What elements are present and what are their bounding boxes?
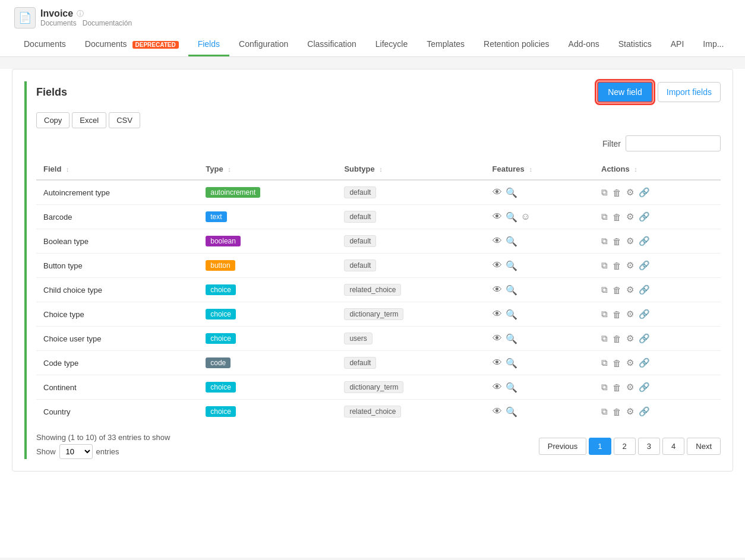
- copy-icon[interactable]: ⧉: [601, 260, 608, 271]
- search-icon[interactable]: 🔍: [506, 406, 517, 417]
- settings-icon[interactable]: ⚙: [626, 187, 634, 198]
- tab-statistics[interactable]: Statistics: [609, 33, 661, 56]
- settings-icon[interactable]: ⚙: [626, 333, 634, 344]
- cell-field-name: Boolean type: [36, 229, 198, 254]
- eye-icon[interactable]: 👁: [493, 309, 502, 319]
- tab-imp[interactable]: Imp...: [693, 33, 731, 56]
- delete-icon[interactable]: 🗑: [613, 407, 621, 417]
- link-icon[interactable]: 🔗: [639, 236, 650, 246]
- tab-api[interactable]: API: [661, 33, 694, 56]
- delete-icon[interactable]: 🗑: [613, 382, 621, 393]
- tab-configuration[interactable]: Configuration: [229, 33, 298, 56]
- col-type[interactable]: Type ↕: [198, 159, 337, 180]
- eye-icon[interactable]: 👁: [493, 236, 502, 246]
- tab-add-ons[interactable]: Add-ons: [559, 33, 609, 56]
- tab-documents-deprecated[interactable]: Documents DEPRECATED: [75, 33, 188, 56]
- cell-features: 👁 🔍: [485, 351, 594, 375]
- eye-icon[interactable]: 👁: [493, 406, 502, 417]
- breadcrumb-documentacion[interactable]: Documentación: [83, 19, 132, 27]
- eye-icon[interactable]: 👁: [493, 260, 502, 271]
- search-icon[interactable]: 🔍: [506, 333, 517, 344]
- page-1-button[interactable]: 1: [589, 438, 611, 455]
- delete-icon[interactable]: 🗑: [613, 188, 621, 198]
- tab-lifecycle[interactable]: Lifecycle: [366, 33, 417, 56]
- search-icon[interactable]: 🔍: [506, 211, 517, 223]
- delete-icon[interactable]: 🗑: [613, 285, 621, 295]
- settings-icon[interactable]: ⚙: [626, 284, 634, 295]
- eye-icon[interactable]: 👁: [493, 187, 502, 198]
- link-icon[interactable]: 🔗: [639, 284, 650, 295]
- eye-icon[interactable]: 👁: [493, 284, 502, 295]
- tab-fields[interactable]: Fields: [188, 33, 229, 56]
- search-icon[interactable]: 🔍: [506, 284, 517, 296]
- eye-icon[interactable]: 👁: [493, 357, 502, 368]
- col-actions[interactable]: Actions ↕: [594, 159, 721, 180]
- copy-icon[interactable]: ⧉: [601, 211, 608, 222]
- tab-templates[interactable]: Templates: [417, 33, 474, 56]
- settings-icon[interactable]: ⚙: [626, 309, 634, 319]
- link-icon[interactable]: 🔗: [639, 260, 650, 271]
- settings-icon[interactable]: ⚙: [626, 236, 634, 246]
- tab-documents[interactable]: Documents: [14, 33, 75, 56]
- delete-icon[interactable]: 🗑: [613, 358, 621, 368]
- eye-icon[interactable]: 👁: [493, 211, 502, 222]
- settings-icon[interactable]: ⚙: [626, 260, 634, 271]
- eye-icon[interactable]: 👁: [493, 382, 502, 393]
- settings-icon[interactable]: ⚙: [626, 211, 634, 222]
- tab-classification[interactable]: Classification: [298, 33, 365, 56]
- cell-features: 👁 🔍 ☺: [485, 205, 594, 229]
- excel-button[interactable]: Excel: [72, 112, 106, 128]
- col-features[interactable]: Features ↕: [485, 159, 594, 180]
- settings-icon[interactable]: ⚙: [626, 406, 634, 417]
- page-3-button[interactable]: 3: [638, 438, 660, 455]
- link-icon[interactable]: 🔗: [639, 382, 650, 393]
- col-field[interactable]: Field ↕: [36, 159, 198, 180]
- page-4-button[interactable]: 4: [662, 438, 684, 455]
- link-icon[interactable]: 🔗: [639, 406, 650, 417]
- delete-icon[interactable]: 🗑: [613, 212, 621, 222]
- import-fields-button[interactable]: Import fields: [658, 82, 721, 102]
- new-field-button[interactable]: New field: [597, 81, 653, 103]
- cell-actions: ⧉ 🗑 ⚙ 🔗: [594, 254, 721, 278]
- cell-features: 👁 🔍: [485, 302, 594, 327]
- settings-icon[interactable]: ⚙: [626, 357, 634, 368]
- search-icon[interactable]: 🔍: [506, 187, 517, 198]
- csv-button[interactable]: CSV: [109, 112, 140, 128]
- previous-button[interactable]: Previous: [539, 438, 587, 455]
- breadcrumb-documents[interactable]: Documents: [40, 19, 77, 27]
- delete-icon[interactable]: 🗑: [613, 261, 621, 271]
- tab-retention-policies[interactable]: Retention policies: [474, 33, 559, 56]
- copy-icon[interactable]: ⧉: [601, 333, 608, 344]
- filter-input[interactable]: [626, 135, 721, 151]
- link-icon[interactable]: 🔗: [639, 211, 650, 222]
- copy-icon[interactable]: ⧉: [601, 284, 608, 295]
- delete-icon[interactable]: 🗑: [613, 236, 621, 246]
- copy-icon[interactable]: ⧉: [601, 187, 608, 198]
- search-icon[interactable]: 🔍: [506, 236, 517, 247]
- table-row: Choice type choice dictionary_term 👁 🔍 ⧉…: [36, 302, 721, 327]
- search-icon[interactable]: 🔍: [506, 260, 517, 271]
- col-subtype[interactable]: Subtype ↕: [337, 159, 485, 180]
- delete-icon[interactable]: 🗑: [613, 334, 621, 344]
- eye-icon[interactable]: 👁: [493, 333, 502, 344]
- info-icon[interactable]: ⓘ: [77, 9, 84, 19]
- link-icon[interactable]: 🔗: [639, 309, 650, 319]
- smiley-icon[interactable]: ☺: [521, 211, 531, 222]
- settings-icon[interactable]: ⚙: [626, 382, 634, 393]
- entries-select[interactable]: 10 25 50 100: [59, 444, 93, 459]
- search-icon[interactable]: 🔍: [506, 309, 517, 320]
- copy-icon[interactable]: ⧉: [601, 406, 608, 417]
- search-icon[interactable]: 🔍: [506, 357, 517, 369]
- copy-button[interactable]: Copy: [36, 112, 70, 128]
- copy-icon[interactable]: ⧉: [601, 236, 608, 246]
- link-icon[interactable]: 🔗: [639, 357, 650, 368]
- page-2-button[interactable]: 2: [614, 438, 636, 455]
- link-icon[interactable]: 🔗: [639, 187, 650, 198]
- copy-icon[interactable]: ⧉: [601, 382, 608, 393]
- delete-icon[interactable]: 🗑: [613, 309, 621, 319]
- link-icon[interactable]: 🔗: [639, 333, 650, 344]
- search-icon[interactable]: 🔍: [506, 382, 517, 393]
- next-button[interactable]: Next: [687, 438, 721, 455]
- copy-icon[interactable]: ⧉: [601, 357, 608, 368]
- copy-icon[interactable]: ⧉: [601, 309, 608, 319]
